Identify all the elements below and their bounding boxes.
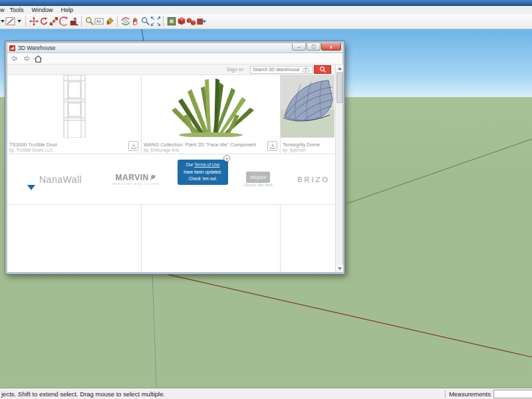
- front-view-icon[interactable]: [166, 16, 176, 27]
- pan-tool-icon[interactable]: [130, 16, 140, 27]
- status-bar: jects. Shift to extend select. Drag mous…: [0, 388, 532, 399]
- terms-of-use-link[interactable]: Terms of Use: [194, 162, 219, 167]
- maximize-button[interactable]: ▢: [307, 43, 321, 51]
- nanawall-logo[interactable]: NanaWall: [39, 174, 82, 185]
- zoom-extents-tool-icon[interactable]: [150, 16, 160, 27]
- toolbar-separator: [81, 16, 82, 27]
- warehouse-web-content: Sign In TS3000 TruStile Door b: [7, 65, 335, 272]
- scroll-down-arrow[interactable]: [336, 265, 343, 272]
- orbit-tool-icon[interactable]: [120, 16, 130, 27]
- move-tool-icon[interactable]: [29, 16, 39, 27]
- blue-axis-up: [142, 29, 144, 42]
- offset-tool-icon[interactable]: [59, 16, 68, 27]
- share-model-icon[interactable]: [196, 16, 206, 27]
- minimize-button[interactable]: –: [292, 43, 306, 51]
- forward-arrow-icon: [23, 55, 31, 63]
- model-card-tensegrity-dome[interactable]: Tensegrity Dome by: Spencer: [281, 75, 334, 154]
- paint-bucket-tool-icon[interactable]: [104, 16, 114, 27]
- dialog-scrollbar[interactable]: [335, 65, 342, 272]
- dialog-title: 3D Warehouse: [18, 45, 55, 51]
- dimensions-tool-icon[interactable]: A1: [94, 16, 104, 27]
- dimensions-glyph: A1: [96, 19, 102, 23]
- search-button[interactable]: [314, 65, 331, 74]
- brizo-logo[interactable]: BRIZO: [297, 176, 330, 184]
- marvin-logo[interactable]: MARVIN WINDOWS AND DOORS: [112, 173, 160, 186]
- scale-tool-icon[interactable]: [49, 16, 59, 27]
- close-button[interactable]: x: [321, 43, 341, 51]
- dialog-nav-bar: [7, 53, 342, 65]
- toolbar-separator: [25, 16, 26, 27]
- model-title[interactable]: TS3000 TruStile Door: [9, 142, 57, 148]
- tooltip-close-icon[interactable]: ×: [223, 155, 230, 162]
- green-axis: [347, 139, 532, 203]
- zoom-window-tool-icon[interactable]: [84, 16, 94, 27]
- toolbar-separator: [163, 16, 164, 27]
- components-pair-icon[interactable]: [186, 16, 196, 27]
- model-row-2: Comerica Park by: Google 3D Warehouse Ma…: [7, 205, 335, 272]
- model-title[interactable]: WANG Collection: Plant 2D "Face-Me" Comp…: [144, 142, 256, 148]
- window-controls: – ▢ x: [291, 43, 341, 51]
- home-button[interactable]: [33, 54, 43, 63]
- forward-button[interactable]: [21, 54, 31, 63]
- model-card-comerica-park[interactable]: Comerica Park by: Google 3D Warehouse: [7, 205, 142, 272]
- model-card-wang-plant[interactable]: WANG Collection: Plant 2D "Face-Me" Comp…: [142, 75, 281, 154]
- dialog-titlebar[interactable]: 3D Warehouse – ▢ x: [7, 43, 342, 53]
- 3d-warehouse-dialog: 3D Warehouse – ▢ x Sign In: [5, 41, 344, 274]
- model-card-trustile-door[interactable]: TS3000 TruStile Door by: TruStile Doors …: [7, 75, 142, 154]
- toolbar-separator: [117, 16, 118, 27]
- status-separator: [445, 390, 446, 398]
- download-button[interactable]: [128, 141, 138, 151]
- back-button[interactable]: [9, 54, 19, 63]
- menu-item-draw-partial[interactable]: w: [0, 7, 6, 13]
- dome-thumbnail: [281, 75, 334, 138]
- model-author[interactable]: by: Spencer: [283, 148, 320, 152]
- rotate-tool-icon[interactable]: [39, 16, 49, 27]
- door-thumbnail: [7, 75, 141, 138]
- download-icon: [130, 143, 137, 150]
- model-row-1: TS3000 TruStile Door by: TruStile Doors …: [7, 75, 335, 154]
- measurements-input[interactable]: [493, 390, 532, 398]
- terms-tooltip: Our Terms of Use have been updated. Chec…: [178, 160, 228, 185]
- tool-toolbar: A1: [0, 14, 532, 29]
- red-axis: [157, 272, 532, 357]
- component-red-icon[interactable]: [176, 16, 186, 27]
- search-box: [250, 66, 313, 74]
- push-pull-tool-icon[interactable]: [68, 16, 78, 27]
- model-author[interactable]: by: Entourage Arts: [144, 148, 256, 152]
- model-title[interactable]: Tensegrity Dome: [283, 142, 320, 148]
- model-card-veterans-stadium[interactable]: Veterans Stadium by: djfeta: [281, 205, 334, 272]
- sign-in-link[interactable]: Sign In: [227, 66, 243, 72]
- download-icon: [269, 143, 276, 150]
- plant-thumbnail: [142, 75, 280, 138]
- search-input[interactable]: [251, 67, 303, 72]
- brand-logo-strip: NanaWall MARVIN WINDOWS AND DOORS THE BO…: [7, 154, 335, 205]
- search-icon: [319, 66, 327, 73]
- warehouse-header: Sign In: [7, 65, 335, 75]
- sketchup-app-icon: [9, 45, 15, 51]
- menu-item-window[interactable]: Window: [28, 7, 57, 13]
- tooltip-pointer: [27, 185, 35, 190]
- milgard-logo[interactable]: Milgard Clearly the best.: [243, 172, 273, 187]
- scrollbar-thumb[interactable]: [336, 72, 342, 103]
- menu-bar: w Tools Window Help: [0, 6, 532, 14]
- home-icon: [34, 55, 43, 63]
- menu-item-tools[interactable]: Tools: [6, 7, 28, 13]
- measurements-label: Measurements: [449, 390, 491, 398]
- styles-dropdown-icon[interactable]: [5, 16, 23, 27]
- model-card-marlins-park[interactable]: Marlins Park by: Midnightman10: [142, 205, 281, 272]
- sketchup-window: w Tools Window Help A1: [0, 0, 532, 399]
- menu-item-help[interactable]: Help: [57, 7, 78, 13]
- caret-partial-icon[interactable]: [0, 16, 5, 27]
- back-arrow-icon: [11, 55, 19, 63]
- status-hint-text: jects. Shift to extend select. Drag mous…: [0, 390, 165, 398]
- camera-icon[interactable]: [303, 67, 309, 72]
- download-button[interactable]: [267, 141, 277, 151]
- window-titlebar-strip: [0, 0, 532, 6]
- zoom-tool-icon[interactable]: [140, 16, 150, 27]
- model-author[interactable]: by: TruStile Doors LLC: [9, 148, 57, 152]
- scroll-up-arrow[interactable]: [336, 65, 343, 72]
- blue-axis-down-dashed: [152, 271, 156, 388]
- marvin-mark-icon: [149, 174, 157, 180]
